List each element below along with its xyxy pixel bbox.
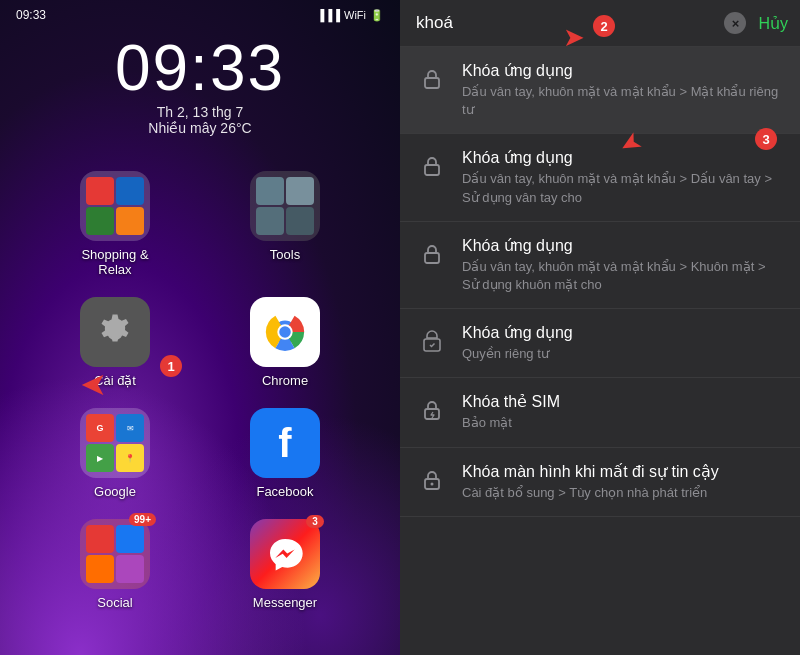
- lock-dot-icon: [419, 467, 445, 493]
- facebook-icon: f: [250, 408, 320, 478]
- social-label: Social: [97, 595, 132, 610]
- svg-rect-5: [425, 253, 439, 263]
- chrome-svg-icon: [262, 309, 308, 355]
- lock-alt-icon: [419, 328, 445, 354]
- chrome-label: Chrome: [262, 373, 308, 388]
- tools-icon: [250, 171, 320, 241]
- result-item-3[interactable]: Khóa ứng dụng Dấu vân tay, khuôn mặt và …: [400, 222, 800, 309]
- mini-icon-3: [86, 207, 114, 235]
- result-6-icon: [416, 464, 448, 496]
- app-google[interactable]: G ✉ ▶ 📍 Google: [40, 408, 190, 499]
- result-3-title: Khóa ứng dụng: [462, 236, 784, 255]
- result-1-icon: [416, 63, 448, 95]
- social-mini-3: [86, 555, 114, 583]
- home-screen: 09:33 ▐▐▐ WiFi 🔋 09:33 Th 2, 13 thg 7 Nh…: [0, 0, 400, 655]
- tools-mini-4: [286, 207, 314, 235]
- social-inner: [80, 519, 150, 589]
- result-5-icon: [416, 394, 448, 426]
- result-4-subtitle: Quyền riêng tư: [462, 345, 784, 363]
- clock-area: 09:33 Th 2, 13 thg 7 Nhiều mây 26°C: [0, 26, 400, 141]
- app-tools[interactable]: Tools: [210, 171, 360, 277]
- google-label: Google: [94, 484, 136, 499]
- social-badge: 99+: [129, 513, 156, 526]
- result-2-subtitle: Dấu vân tay, khuôn mặt và mật khẩu > Dấu…: [462, 170, 784, 206]
- result-item-4[interactable]: Khóa ứng dụng Quyền riêng tư: [400, 309, 800, 378]
- tools-label: Tools: [270, 247, 300, 262]
- lock-icon-2: [419, 153, 445, 179]
- result-6-subtitle: Cài đặt bổ sung > Tùy chọn nhà phát triể…: [462, 484, 784, 502]
- social-mini-4: [116, 555, 144, 583]
- result-2-icon: [416, 150, 448, 182]
- search-results-panel: × Hủy Khóa ứng dụng Dấu vân tay, khuôn m…: [400, 0, 800, 655]
- result-6-text: Khóa màn hình khi mất đi sự tin cậy Cài …: [462, 462, 784, 502]
- google-mini-2: ✉: [116, 414, 144, 442]
- result-6-title: Khóa màn hình khi mất đi sự tin cậy: [462, 462, 784, 481]
- result-4-icon: [416, 325, 448, 357]
- annotation-2: 2: [593, 15, 615, 37]
- result-1-text: Khóa ứng dụng Dấu vân tay, khuôn mặt và …: [462, 61, 784, 119]
- app-shopping-relax[interactable]: Shopping &Relax: [40, 171, 190, 277]
- app-social[interactable]: 99+ Social: [40, 519, 190, 610]
- arrow-1: ➤: [80, 365, 107, 403]
- result-1-title: Khóa ứng dụng: [462, 61, 784, 80]
- messenger-icon-wrap: 3: [250, 519, 320, 589]
- result-item-2[interactable]: Khóa ứng dụng Dấu vân tay, khuôn mặt và …: [400, 134, 800, 221]
- svg-rect-4: [425, 165, 439, 175]
- result-3-subtitle: Dấu vân tay, khuôn mặt và mật khẩu > Khu…: [462, 258, 784, 294]
- lock-bolt-icon: [419, 397, 445, 423]
- tools-mini-1: [256, 177, 284, 205]
- time-display: 09:33: [16, 8, 46, 22]
- annotation-1: 1: [160, 355, 182, 377]
- tools-mini-3: [256, 207, 284, 235]
- google-folder-icon: G ✉ ▶ 📍: [80, 408, 150, 478]
- google-mini-4: 📍: [116, 444, 144, 472]
- social-icon: [80, 519, 150, 589]
- tools-mini-2: [286, 177, 314, 205]
- social-mini-1: [86, 525, 114, 553]
- google-mini-1: G: [86, 414, 114, 442]
- app-facebook[interactable]: f Facebook: [210, 408, 360, 499]
- social-icon-wrap: 99+: [80, 519, 150, 589]
- clear-button[interactable]: ×: [724, 12, 746, 34]
- arrow-2: ➤: [563, 22, 585, 53]
- result-4-title: Khóa ứng dụng: [462, 323, 784, 342]
- messenger-icon: [250, 519, 320, 589]
- messenger-svg-icon: [267, 536, 303, 572]
- gear-icon: [95, 312, 135, 352]
- signal-icon: ▐▐▐: [317, 9, 340, 21]
- chrome-icon: [250, 297, 320, 367]
- result-5-subtitle: Bảo mật: [462, 414, 784, 432]
- result-item-1[interactable]: Khóa ứng dụng Dấu vân tay, khuôn mặt và …: [400, 47, 800, 134]
- date: Th 2, 13 thg 7: [0, 104, 400, 120]
- google-mini-3: ▶: [86, 444, 114, 472]
- messenger-badge: 3: [306, 515, 324, 528]
- shopping-relax-label: Shopping &Relax: [81, 247, 148, 277]
- lock-icon-3: [419, 241, 445, 267]
- status-icons: ▐▐▐ WiFi 🔋: [317, 9, 384, 22]
- svg-point-9: [431, 482, 434, 485]
- result-3-icon: [416, 238, 448, 270]
- result-item-6[interactable]: Khóa màn hình khi mất đi sự tin cậy Cài …: [400, 448, 800, 517]
- facebook-label: Facebook: [256, 484, 313, 499]
- shopping-relax-icon: [80, 171, 150, 241]
- result-2-text: Khóa ứng dụng Dấu vân tay, khuôn mặt và …: [462, 148, 784, 206]
- mini-icon-1: [86, 177, 114, 205]
- result-item-5[interactable]: Khóa thẻ SIM Bảo mật: [400, 378, 800, 447]
- apps-grid: Shopping &Relax Tools: [0, 141, 400, 630]
- result-3-text: Khóa ứng dụng Dấu vân tay, khuôn mặt và …: [462, 236, 784, 294]
- cancel-button[interactable]: Hủy: [754, 14, 788, 33]
- result-list: Khóa ứng dụng Dấu vân tay, khuôn mặt và …: [400, 47, 800, 655]
- app-chrome[interactable]: Chrome: [210, 297, 360, 388]
- status-bar: 09:33 ▐▐▐ WiFi 🔋: [0, 0, 400, 26]
- app-messenger[interactable]: 3 Messenger: [210, 519, 360, 610]
- wifi-icon: WiFi: [344, 9, 366, 21]
- social-mini-2: [116, 525, 144, 553]
- svg-point-2: [279, 326, 291, 338]
- svg-rect-3: [425, 78, 439, 88]
- messenger-label: Messenger: [253, 595, 317, 610]
- mini-icon-2: [116, 177, 144, 205]
- clock: 09:33: [0, 36, 400, 100]
- battery-icon: 🔋: [370, 9, 384, 22]
- annotation-3: 3: [755, 128, 777, 150]
- result-4-text: Khóa ứng dụng Quyền riêng tư: [462, 323, 784, 363]
